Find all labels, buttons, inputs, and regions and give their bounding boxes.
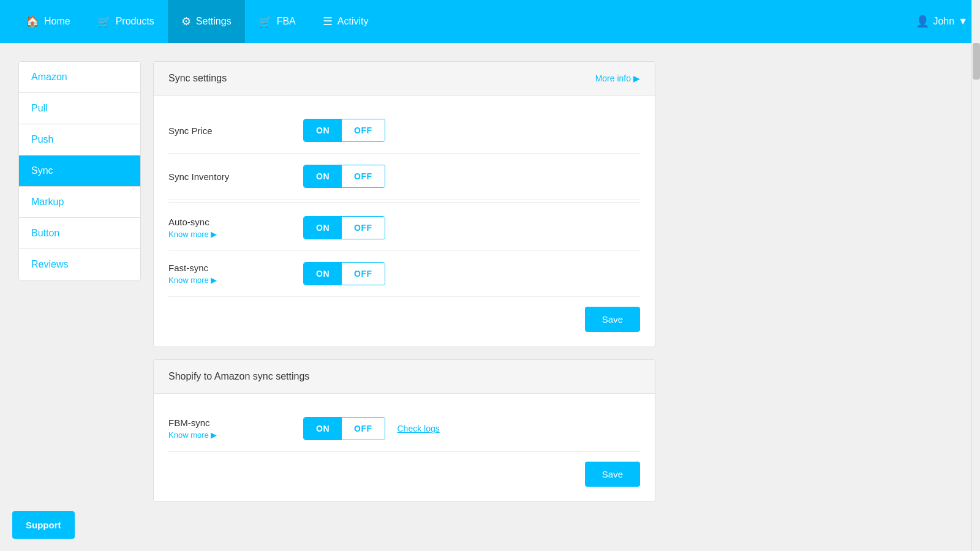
products-icon: 🛒	[97, 15, 111, 28]
shopify-save-button[interactable]: Save	[585, 462, 640, 487]
activity-icon: ☰	[323, 15, 333, 28]
nav-activity[interactable]: ☰ Activity	[309, 0, 382, 43]
sync-price-label-group: Sync Price	[168, 126, 303, 136]
settings-icon: ⚙	[181, 15, 191, 28]
sync-price-toggle: ON OFF	[303, 119, 385, 142]
sidebar-item-amazon[interactable]: Amazon	[19, 62, 140, 93]
nav-user-label: John	[933, 16, 954, 27]
sidebar-item-button[interactable]: Button	[19, 218, 140, 249]
shopify-card-header: Shopify to Amazon sync settings	[154, 360, 655, 394]
scrollbar[interactable]	[971, 0, 980, 551]
sidebar-item-push[interactable]: Push	[19, 124, 140, 156]
shopify-card-body: FBM-sync Know more ▶ ON OFF Check logs S…	[154, 394, 655, 501]
nav-items: 🏠 Home 🛒 Products ⚙ Settings 🛒 FBA ☰ Act…	[12, 0, 916, 43]
sync-inventory-off-button[interactable]: OFF	[342, 165, 385, 187]
navbar: 🏠 Home 🛒 Products ⚙ Settings 🛒 FBA ☰ Act…	[0, 0, 980, 43]
sync-settings-save-button[interactable]: Save	[585, 307, 640, 332]
fast-sync-label-group: Fast-sync Know more ▶	[168, 263, 303, 285]
sync-settings-card: Sync settings More info ▶ Sync Price ON …	[153, 61, 655, 347]
fbm-sync-off-button[interactable]: OFF	[342, 418, 385, 440]
nav-activity-label: Activity	[337, 16, 369, 27]
sync-price-label: Sync Price	[168, 126, 303, 136]
sync-settings-body: Sync Price ON OFF Sync Inventory ON OFF	[154, 96, 655, 347]
fbm-sync-label-group: FBM-sync Know more ▶	[168, 418, 303, 440]
shopify-card-title: Shopify to Amazon sync settings	[168, 371, 309, 382]
auto-sync-toggle: ON OFF	[303, 216, 385, 239]
nav-fba-label: FBA	[277, 16, 296, 27]
nav-products[interactable]: 🛒 Products	[84, 0, 168, 43]
sidebar-item-markup[interactable]: Markup	[19, 187, 140, 218]
home-icon: 🏠	[26, 15, 39, 28]
sync-settings-header: Sync settings More info ▶	[154, 62, 655, 96]
nav-user[interactable]: 👤 John ▼	[916, 15, 968, 28]
support-button[interactable]: Support	[12, 511, 75, 539]
nav-products-label: Products	[116, 16, 154, 27]
check-logs-link[interactable]: Check logs	[398, 424, 440, 433]
fbm-sync-on-button[interactable]: ON	[304, 418, 342, 440]
sync-inventory-row: Sync Inventory ON OFF	[168, 154, 640, 200]
nav-fba[interactable]: 🛒 FBA	[245, 0, 309, 43]
auto-sync-arrow-icon: ▶	[211, 230, 217, 239]
sync-settings-title: Sync settings	[168, 73, 227, 84]
fbm-sync-row: FBM-sync Know more ▶ ON OFF Check logs	[168, 406, 640, 452]
sync-price-off-button[interactable]: OFF	[342, 119, 385, 141]
sync-price-on-button[interactable]: ON	[304, 119, 342, 141]
sync-price-row: Sync Price ON OFF	[168, 108, 640, 154]
sidebar-item-reviews[interactable]: Reviews	[19, 249, 140, 280]
user-dropdown-icon: ▼	[958, 16, 968, 27]
sync-inventory-label-group: Sync Inventory	[168, 171, 303, 182]
sync-inventory-label: Sync Inventory	[168, 171, 303, 182]
auto-sync-off-button[interactable]: OFF	[342, 217, 385, 239]
fast-sync-know-more[interactable]: Know more ▶	[168, 276, 303, 285]
sync-settings-save-row: Save	[168, 297, 640, 334]
fbm-sync-toggle: ON OFF	[303, 417, 385, 440]
sync-inventory-toggle: ON OFF	[303, 165, 385, 188]
shopify-card: Shopify to Amazon sync settings FBM-sync…	[153, 359, 655, 502]
fbm-sync-arrow-icon: ▶	[211, 430, 217, 440]
auto-sync-label-group: Auto-sync Know more ▶	[168, 217, 303, 239]
fast-sync-off-button[interactable]: OFF	[342, 263, 385, 285]
nav-home-label: Home	[44, 16, 70, 27]
auto-sync-label: Auto-sync	[168, 217, 303, 227]
shopify-save-row: Save	[168, 452, 640, 489]
fbm-sync-label: FBM-sync	[168, 418, 303, 428]
auto-sync-know-more[interactable]: Know more ▶	[168, 230, 303, 239]
fast-sync-arrow-icon: ▶	[211, 276, 217, 285]
auto-sync-row: Auto-sync Know more ▶ ON OFF	[168, 205, 640, 251]
fast-sync-on-button[interactable]: ON	[304, 263, 342, 285]
nav-settings[interactable]: ⚙ Settings	[168, 0, 245, 43]
auto-sync-on-button[interactable]: ON	[304, 217, 342, 239]
fbm-sync-know-more[interactable]: Know more ▶	[168, 430, 303, 440]
sync-inventory-on-button[interactable]: ON	[304, 165, 342, 187]
nav-home[interactable]: 🏠 Home	[12, 0, 84, 43]
nav-settings-label: Settings	[196, 16, 232, 27]
main-layout: Amazon Pull Push Sync Markup Button Revi…	[0, 43, 674, 520]
scrollbar-thumb[interactable]	[973, 43, 980, 80]
more-info-link[interactable]: More info ▶	[595, 73, 640, 83]
fast-sync-toggle: ON OFF	[303, 262, 385, 285]
divider	[168, 202, 640, 203]
content-area: Sync settings More info ▶ Sync Price ON …	[153, 61, 655, 502]
sidebar-item-sync[interactable]: Sync	[19, 156, 140, 187]
sidebar: Amazon Pull Push Sync Markup Button Revi…	[18, 61, 141, 280]
user-icon: 👤	[916, 15, 929, 28]
fast-sync-row: Fast-sync Know more ▶ ON OFF	[168, 251, 640, 297]
sidebar-item-pull[interactable]: Pull	[19, 93, 140, 124]
fba-icon: 🛒	[258, 15, 272, 28]
fast-sync-label: Fast-sync	[168, 263, 303, 273]
more-info-arrow-icon: ▶	[633, 73, 640, 83]
